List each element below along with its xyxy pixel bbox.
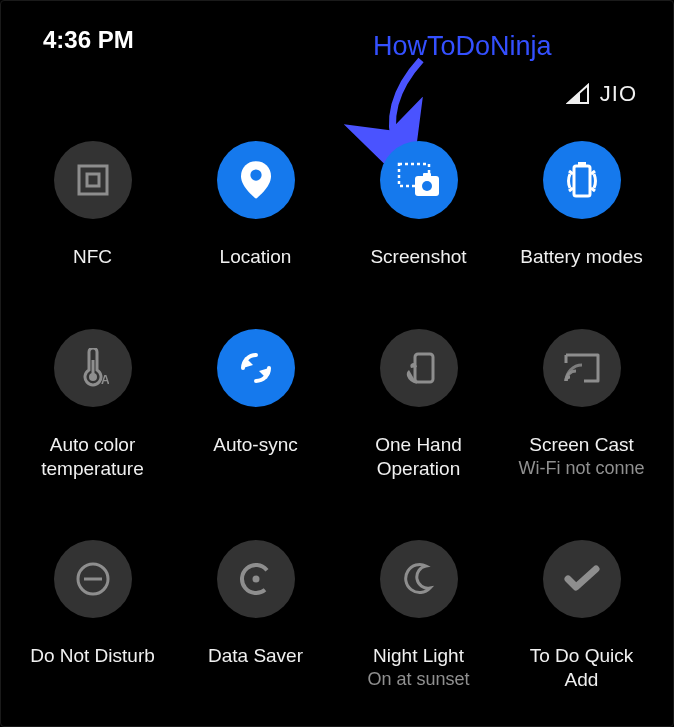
carrier-label: JIO — [600, 81, 637, 107]
tile-sublabel: Wi-Fi not conne — [516, 457, 646, 480]
svg-point-2 — [250, 169, 261, 180]
tile-sublabel: On at sunset — [365, 668, 471, 691]
svg-point-9 — [89, 373, 97, 381]
tile-label: Do Not Disturb — [28, 644, 157, 668]
tile-location[interactable]: Location — [174, 141, 337, 269]
tile-label: To Do Quick Add — [528, 644, 635, 692]
dnd-icon — [54, 540, 132, 618]
screenshot-icon — [380, 141, 458, 219]
tile-label: Screen Cast — [527, 433, 636, 457]
svg-rect-7 — [574, 166, 590, 196]
tile-screenshot[interactable]: Screenshot — [337, 141, 500, 269]
thermometer-icon: A — [54, 329, 132, 407]
tile-label: Data Saver — [206, 644, 305, 668]
tile-label: Location — [218, 245, 294, 269]
data-saver-icon — [217, 540, 295, 618]
moon-icon — [380, 540, 458, 618]
tile-nfc[interactable]: NFC — [11, 141, 174, 269]
location-icon — [217, 141, 295, 219]
tile-label: Auto-sync — [211, 433, 299, 457]
watermark-text: HowToDoNinja — [373, 31, 552, 62]
tile-label: Night Light — [371, 644, 466, 668]
signal-icon — [566, 83, 590, 105]
status-time: 4:36 PM — [43, 26, 134, 54]
svg-text:A: A — [101, 373, 109, 387]
tile-screen-cast[interactable]: Screen Cast Wi-Fi not conne — [500, 329, 663, 481]
one-hand-icon — [380, 329, 458, 407]
svg-rect-0 — [79, 166, 107, 194]
quick-settings-grid: NFC Location Screenshot — [1, 131, 673, 692]
nfc-icon — [54, 141, 132, 219]
tile-data-saver[interactable]: Data Saver — [174, 540, 337, 692]
network-indicator: JIO — [566, 81, 637, 107]
tile-label: Battery modes — [518, 245, 645, 269]
tile-label: Screenshot — [368, 245, 468, 269]
tile-auto-color-temperature[interactable]: A Auto color temperature — [11, 329, 174, 481]
tile-night-light[interactable]: Night Light On at sunset — [337, 540, 500, 692]
svg-point-16 — [252, 576, 259, 583]
cast-icon — [543, 329, 621, 407]
tile-one-hand[interactable]: One Hand Operation — [337, 329, 500, 481]
svg-rect-1 — [87, 174, 99, 186]
tile-label: NFC — [71, 245, 114, 269]
svg-rect-8 — [578, 162, 586, 167]
tile-auto-sync[interactable]: Auto-sync — [174, 329, 337, 481]
svg-rect-6 — [423, 173, 431, 178]
status-bar: 4:36 PM — [1, 1, 673, 64]
battery-icon — [543, 141, 621, 219]
tile-battery-modes[interactable]: Battery modes — [500, 141, 663, 269]
tile-todo-quick-add[interactable]: To Do Quick Add — [500, 540, 663, 692]
tile-do-not-disturb[interactable]: Do Not Disturb — [11, 540, 174, 692]
svg-rect-12 — [415, 354, 433, 382]
sync-icon — [217, 329, 295, 407]
tile-label: Auto color temperature — [39, 433, 145, 481]
tile-label: One Hand Operation — [373, 433, 464, 481]
svg-point-5 — [422, 181, 432, 191]
check-icon — [543, 540, 621, 618]
